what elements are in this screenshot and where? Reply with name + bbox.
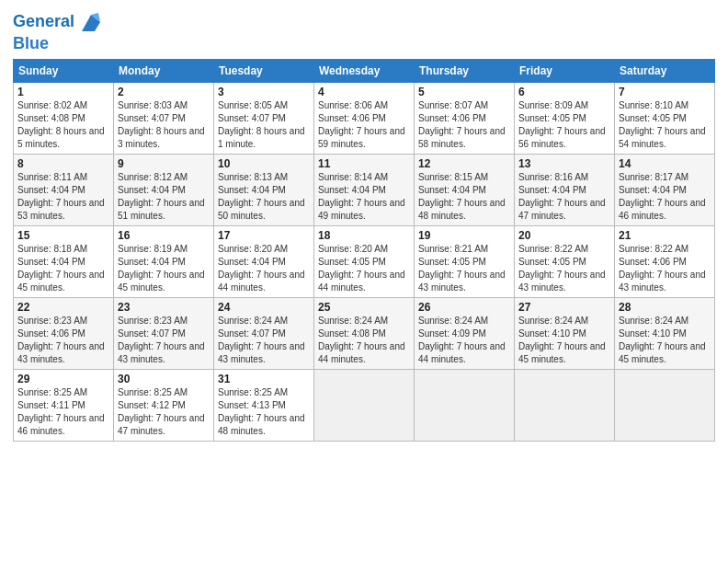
calendar-cell: 22Sunrise: 8:23 AMSunset: 4:06 PMDayligh… [14, 297, 114, 369]
calendar-cell: 28Sunrise: 8:24 AMSunset: 4:10 PMDayligh… [615, 297, 715, 369]
day-info: Sunrise: 8:24 AMSunset: 4:08 PMDaylight:… [318, 315, 410, 366]
day-info: Sunrise: 8:18 AMSunset: 4:04 PMDaylight:… [17, 243, 109, 294]
calendar-cell: 10Sunrise: 8:13 AMSunset: 4:04 PMDayligh… [214, 154, 314, 225]
calendar-header-tuesday: Tuesday [214, 59, 314, 82]
day-number: 11 [318, 157, 410, 170]
calendar-cell: 5Sunrise: 8:07 AMSunset: 4:06 PMDaylight… [415, 82, 515, 154]
day-info: Sunrise: 8:25 AMSunset: 4:11 PMDaylight:… [17, 386, 109, 438]
day-info: Sunrise: 8:12 AMSunset: 4:04 PMDaylight:… [118, 171, 210, 223]
calendar-cell [615, 369, 715, 441]
calendar-cell: 23Sunrise: 8:23 AMSunset: 4:07 PMDayligh… [114, 297, 214, 369]
calendar-cell: 13Sunrise: 8:16 AMSunset: 4:04 PMDayligh… [515, 154, 615, 225]
day-info: Sunrise: 8:22 AMSunset: 4:06 PMDaylight:… [619, 243, 711, 294]
calendar-cell: 4Sunrise: 8:06 AMSunset: 4:06 PMDaylight… [314, 82, 415, 154]
calendar-cell: 2Sunrise: 8:03 AMSunset: 4:07 PMDaylight… [114, 82, 214, 154]
day-info: Sunrise: 8:11 AMSunset: 4:04 PMDaylight:… [17, 171, 109, 223]
day-info: Sunrise: 8:23 AMSunset: 4:07 PMDaylight:… [118, 315, 210, 366]
day-info: Sunrise: 8:24 AMSunset: 4:10 PMDaylight:… [619, 315, 711, 366]
calendar-cell: 27Sunrise: 8:24 AMSunset: 4:10 PMDayligh… [515, 297, 615, 369]
calendar-cell: 24Sunrise: 8:24 AMSunset: 4:07 PMDayligh… [214, 297, 314, 369]
logo: General Blue [13, 9, 104, 53]
calendar-cell: 6Sunrise: 8:09 AMSunset: 4:05 PMDaylight… [515, 82, 615, 154]
calendar-header-monday: Monday [114, 59, 214, 82]
calendar-cell: 29Sunrise: 8:25 AMSunset: 4:11 PMDayligh… [14, 369, 114, 441]
calendar-cell: 11Sunrise: 8:14 AMSunset: 4:04 PMDayligh… [314, 154, 415, 225]
day-info: Sunrise: 8:07 AMSunset: 4:06 PMDaylight:… [418, 99, 510, 151]
day-info: Sunrise: 8:14 AMSunset: 4:04 PMDaylight:… [318, 171, 410, 223]
logo-text-general: General [13, 13, 74, 31]
day-info: Sunrise: 8:24 AMSunset: 4:10 PMDaylight:… [518, 315, 610, 366]
day-info: Sunrise: 8:17 AMSunset: 4:04 PMDaylight:… [619, 171, 711, 223]
calendar-cell: 15Sunrise: 8:18 AMSunset: 4:04 PMDayligh… [14, 225, 114, 297]
day-number: 1 [17, 86, 109, 98]
day-info: Sunrise: 8:23 AMSunset: 4:06 PMDaylight:… [17, 315, 109, 366]
calendar-header-saturday: Saturday [615, 59, 715, 82]
calendar-cell: 31Sunrise: 8:25 AMSunset: 4:13 PMDayligh… [214, 369, 314, 441]
day-info: Sunrise: 8:03 AMSunset: 4:07 PMDaylight:… [118, 99, 210, 151]
day-number: 20 [518, 229, 610, 242]
day-info: Sunrise: 8:06 AMSunset: 4:06 PMDaylight:… [318, 99, 410, 151]
day-number: 28 [619, 301, 711, 314]
calendar-table: SundayMondayTuesdayWednesdayThursdayFrid… [13, 59, 715, 442]
calendar-cell: 8Sunrise: 8:11 AMSunset: 4:04 PMDaylight… [14, 154, 114, 225]
day-number: 10 [218, 157, 310, 170]
calendar-cell: 3Sunrise: 8:05 AMSunset: 4:07 PMDaylight… [214, 82, 314, 154]
day-number: 26 [418, 301, 510, 314]
day-info: Sunrise: 8:24 AMSunset: 4:07 PMDaylight:… [218, 315, 310, 366]
calendar-header-thursday: Thursday [415, 59, 515, 82]
day-info: Sunrise: 8:22 AMSunset: 4:05 PMDaylight:… [518, 243, 610, 294]
calendar-cell: 7Sunrise: 8:10 AMSunset: 4:05 PMDaylight… [615, 82, 715, 154]
day-number: 8 [17, 157, 109, 170]
day-info: Sunrise: 8:21 AMSunset: 4:05 PMDaylight:… [418, 243, 510, 294]
day-info: Sunrise: 8:25 AMSunset: 4:12 PMDaylight:… [118, 386, 210, 438]
day-number: 17 [218, 229, 310, 242]
calendar-week-3: 15Sunrise: 8:18 AMSunset: 4:04 PMDayligh… [14, 225, 715, 297]
day-info: Sunrise: 8:20 AMSunset: 4:04 PMDaylight:… [218, 243, 310, 294]
day-info: Sunrise: 8:24 AMSunset: 4:09 PMDaylight:… [418, 315, 510, 366]
calendar-cell: 20Sunrise: 8:22 AMSunset: 4:05 PMDayligh… [515, 225, 615, 297]
day-info: Sunrise: 8:10 AMSunset: 4:05 PMDaylight:… [619, 99, 711, 151]
day-number: 4 [318, 86, 410, 98]
calendar-cell [415, 369, 515, 441]
day-number: 25 [318, 301, 410, 314]
day-number: 27 [518, 301, 610, 314]
calendar-header-sunday: Sunday [14, 59, 114, 82]
day-number: 15 [17, 229, 109, 242]
calendar-header-wednesday: Wednesday [314, 59, 415, 82]
day-number: 29 [17, 373, 109, 385]
day-number: 5 [418, 86, 510, 98]
logo-icon [78, 9, 104, 35]
day-number: 12 [418, 157, 510, 170]
day-number: 21 [619, 229, 711, 242]
day-info: Sunrise: 8:15 AMSunset: 4:04 PMDaylight:… [418, 171, 510, 223]
calendar-cell: 14Sunrise: 8:17 AMSunset: 4:04 PMDayligh… [615, 154, 715, 225]
day-info: Sunrise: 8:16 AMSunset: 4:04 PMDaylight:… [518, 171, 610, 223]
calendar-header-friday: Friday [515, 59, 615, 82]
page-container: General Blue SundayMondayTuesdayWednesda… [0, 0, 728, 451]
calendar-cell: 26Sunrise: 8:24 AMSunset: 4:09 PMDayligh… [415, 297, 515, 369]
day-number: 30 [118, 373, 210, 385]
calendar-cell: 1Sunrise: 8:02 AMSunset: 4:08 PMDaylight… [14, 82, 114, 154]
day-info: Sunrise: 8:02 AMSunset: 4:08 PMDaylight:… [17, 99, 109, 151]
day-info: Sunrise: 8:05 AMSunset: 4:07 PMDaylight:… [218, 99, 310, 151]
calendar-cell: 19Sunrise: 8:21 AMSunset: 4:05 PMDayligh… [415, 225, 515, 297]
day-info: Sunrise: 8:19 AMSunset: 4:04 PMDaylight:… [118, 243, 210, 294]
day-number: 14 [619, 157, 711, 170]
calendar-week-1: 1Sunrise: 8:02 AMSunset: 4:08 PMDaylight… [14, 82, 715, 154]
calendar-week-4: 22Sunrise: 8:23 AMSunset: 4:06 PMDayligh… [14, 297, 715, 369]
day-number: 2 [118, 86, 210, 98]
day-number: 3 [218, 86, 310, 98]
calendar-cell: 30Sunrise: 8:25 AMSunset: 4:12 PMDayligh… [114, 369, 214, 441]
day-info: Sunrise: 8:25 AMSunset: 4:13 PMDaylight:… [218, 386, 310, 438]
day-number: 16 [118, 229, 210, 242]
calendar-cell: 17Sunrise: 8:20 AMSunset: 4:04 PMDayligh… [214, 225, 314, 297]
logo-text-blue: Blue [13, 35, 104, 53]
calendar-cell [314, 369, 415, 441]
day-number: 31 [218, 373, 310, 385]
day-number: 6 [518, 86, 610, 98]
calendar-cell [515, 369, 615, 441]
calendar-cell: 18Sunrise: 8:20 AMSunset: 4:05 PMDayligh… [314, 225, 415, 297]
day-number: 24 [218, 301, 310, 314]
header: General Blue [13, 9, 715, 53]
day-info: Sunrise: 8:09 AMSunset: 4:05 PMDaylight:… [518, 99, 610, 151]
